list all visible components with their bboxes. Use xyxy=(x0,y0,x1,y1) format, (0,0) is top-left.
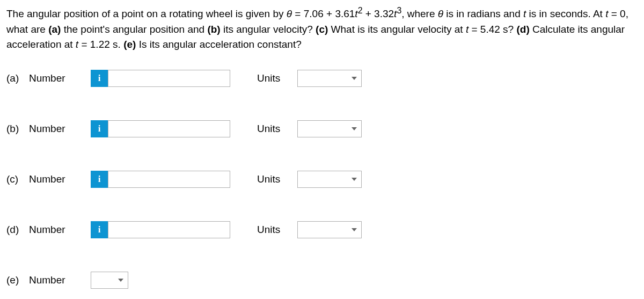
answer-row-a: (a) Number i Units xyxy=(6,70,638,87)
units-label: Units xyxy=(257,123,297,135)
answer-select-e[interactable] xyxy=(91,272,128,289)
number-label: Number xyxy=(29,173,91,185)
units-select-c[interactable] xyxy=(297,171,362,188)
info-icon[interactable]: i xyxy=(91,221,108,238)
units-label: Units xyxy=(257,72,297,84)
number-input-b[interactable] xyxy=(108,120,230,137)
answer-row-e: (e) Number xyxy=(6,272,638,289)
number-label: Number xyxy=(29,72,91,84)
info-icon[interactable]: i xyxy=(91,120,108,137)
number-label: Number xyxy=(29,274,91,286)
units-select-d[interactable] xyxy=(297,221,362,238)
number-label: Number xyxy=(29,224,91,236)
part-label-e: (e) xyxy=(6,274,29,286)
answer-row-d: (d) Number i Units xyxy=(6,221,638,238)
number-input-d[interactable] xyxy=(108,221,230,238)
part-label-d: (d) xyxy=(6,224,29,236)
units-label: Units xyxy=(257,173,297,185)
number-input-c[interactable] xyxy=(108,171,230,188)
units-select-b[interactable] xyxy=(297,120,362,137)
answer-row-b: (b) Number i Units xyxy=(6,120,638,137)
question-text: The angular position of a point on a rot… xyxy=(6,4,638,53)
part-label-a: (a) xyxy=(6,72,29,84)
info-icon[interactable]: i xyxy=(91,70,108,87)
units-label: Units xyxy=(257,224,297,236)
number-label: Number xyxy=(29,123,91,135)
part-label-b: (b) xyxy=(6,123,29,135)
answer-row-c: (c) Number i Units xyxy=(6,171,638,188)
info-icon[interactable]: i xyxy=(91,171,108,188)
part-label-c: (c) xyxy=(6,173,29,185)
number-input-a[interactable] xyxy=(108,70,230,87)
units-select-a[interactable] xyxy=(297,70,362,87)
